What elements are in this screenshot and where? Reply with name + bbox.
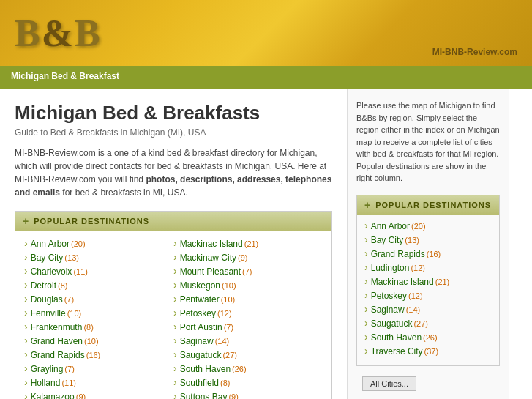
sidebar-dest-link[interactable]: South Haven bbox=[371, 332, 422, 343]
page-description: MI-BNB-Review.com is a one of a kind bed… bbox=[15, 146, 332, 199]
dest-count: (26) bbox=[232, 365, 247, 373]
dest-link[interactable]: Petoskey bbox=[180, 308, 216, 318]
sidebar-dest-link[interactable]: Grand Rapids bbox=[371, 249, 425, 259]
dest-link[interactable]: South Haven bbox=[180, 364, 231, 374]
list-item: Holland (11) bbox=[24, 377, 173, 388]
dest-count: (14) bbox=[215, 337, 230, 346]
dest-link[interactable]: Mackinac Island bbox=[180, 239, 243, 249]
list-item: Kalamazoo (9) bbox=[24, 391, 173, 399]
destinations-header-label: Popular Destinations bbox=[34, 217, 149, 225]
dest-link[interactable]: Muskegon bbox=[180, 280, 220, 291]
dest-count: (11) bbox=[61, 379, 76, 387]
dest-link[interactable]: Southfield bbox=[180, 378, 219, 388]
dest-count: (9) bbox=[238, 253, 247, 262]
list-item: Ann Arbor (20) bbox=[24, 238, 173, 249]
list-item: Douglas (7) bbox=[24, 294, 173, 305]
destinations-box: + Popular Destinations Ann Arbor (20)Bay… bbox=[15, 211, 332, 399]
logo: B&B bbox=[15, 12, 102, 55]
list-item: Mount Pleasant (7) bbox=[173, 266, 323, 277]
list-item: Mackinac Island (21) bbox=[364, 276, 492, 287]
list-item: Saginaw (14) bbox=[173, 335, 323, 346]
sidebar-dest-link[interactable]: Mackinac Island bbox=[371, 277, 434, 287]
dest-link[interactable]: Charlevoix bbox=[31, 266, 72, 277]
sidebar-dest-link[interactable]: Petoskey bbox=[371, 291, 407, 301]
header: B&B MI-BNB-Review.com bbox=[0, 0, 532, 66]
left-content: Michigan Bed & Breakfasts Guide to Bed &… bbox=[0, 89, 348, 399]
destinations-header: + Popular Destinations bbox=[15, 212, 331, 231]
dest-link[interactable]: Kalamazoo bbox=[31, 392, 75, 399]
sidebar-dest-count: (12) bbox=[411, 264, 425, 272]
dest-link[interactable]: Bay City bbox=[31, 253, 64, 263]
list-item: Port Austin (7) bbox=[173, 321, 323, 332]
list-item: Saugatuck (27) bbox=[364, 318, 492, 329]
dest-link[interactable]: Port Austin bbox=[180, 322, 222, 332]
dest-count: (13) bbox=[64, 253, 79, 262]
dest-link[interactable]: Grayling bbox=[31, 364, 64, 374]
sidebar-dest-body: Ann Arbor (20)Bay City (13)Grand Rapids … bbox=[357, 215, 499, 365]
dest-count: (11) bbox=[73, 267, 88, 276]
dest-count: (10) bbox=[67, 309, 82, 318]
sidebar-dest-link[interactable]: Saginaw bbox=[371, 305, 405, 315]
list-item: Muskegon (10) bbox=[173, 280, 323, 291]
list-item: Ann Arbor (20) bbox=[364, 220, 492, 231]
dest-link[interactable]: Mackinaw City bbox=[180, 253, 236, 263]
dest-link[interactable]: Mount Pleasant bbox=[180, 266, 241, 277]
dest-link[interactable]: Saginaw bbox=[180, 336, 214, 346]
list-item: Charlevoix (11) bbox=[24, 266, 173, 277]
sidebar-dest-count: (21) bbox=[435, 277, 450, 286]
sidebar-dest-count: (26) bbox=[423, 333, 438, 342]
sidebar-dest-link[interactable]: Traverse City bbox=[371, 346, 423, 357]
dest-link[interactable]: Holland bbox=[31, 378, 61, 388]
dest-count: (8) bbox=[58, 281, 67, 290]
dest-link[interactable]: Grand Rapids bbox=[31, 350, 85, 360]
destinations-body: Ann Arbor (20)Bay City (13)Charlevoix (1… bbox=[15, 231, 331, 399]
dest-link[interactable]: Ann Arbor bbox=[31, 239, 70, 249]
dest-link[interactable]: Frankenmuth bbox=[31, 322, 83, 332]
page-subtitle: Guide to Bed & Breakfasts in Michigan (M… bbox=[15, 127, 332, 138]
list-item: Bay City (13) bbox=[24, 252, 173, 263]
navbar: Michigan Bed & Breakfast bbox=[0, 66, 532, 86]
dest-column-left: Ann Arbor (20)Bay City (13)Charlevoix (1… bbox=[24, 238, 173, 399]
main-container: Michigan Bed & Breakfasts Guide to Bed &… bbox=[0, 89, 532, 399]
list-item: Saginaw (14) bbox=[364, 304, 492, 315]
sidebar-dest-count: (16) bbox=[427, 250, 441, 258]
dest-count: (7) bbox=[242, 267, 252, 276]
dest-count: (7) bbox=[64, 295, 74, 304]
sidebar-dest-count: (14) bbox=[406, 305, 421, 314]
list-item: Grand Haven (10) bbox=[24, 335, 173, 346]
sidebar-dest-count: (20) bbox=[411, 222, 426, 231]
site-url: MI-BNB-Review.com bbox=[432, 47, 517, 57]
dest-count: (21) bbox=[244, 239, 259, 248]
dest-link[interactable]: Douglas bbox=[31, 294, 63, 305]
sidebar-description: Please use the map of Michigan to find B… bbox=[356, 100, 500, 184]
all-cities-button[interactable]: All Cities... bbox=[362, 376, 416, 391]
list-item: South Haven (26) bbox=[173, 363, 323, 374]
desc-text-2: for bed & breakfasts in MI, USA. bbox=[60, 187, 188, 198]
dest-link[interactable]: Grand Haven bbox=[31, 336, 83, 346]
dest-link[interactable]: Detroit bbox=[31, 280, 56, 291]
dest-link[interactable]: Saugatuck bbox=[180, 350, 222, 360]
list-item: Petoskey (12) bbox=[173, 307, 323, 318]
right-sidebar: Please use the map of Michigan to find B… bbox=[348, 89, 509, 399]
sidebar-destinations-header: + Popular Destinations bbox=[357, 195, 499, 215]
dest-count: (8) bbox=[220, 379, 230, 387]
list-item: Fennville (10) bbox=[24, 307, 173, 318]
page-title: Michigan Bed & Breakfasts bbox=[15, 102, 332, 124]
sidebar-dest-count: (13) bbox=[405, 236, 419, 245]
list-item: Grand Rapids (16) bbox=[24, 349, 173, 360]
plus-icon: + bbox=[23, 215, 29, 227]
dest-count: (27) bbox=[222, 351, 237, 359]
sidebar-dest-link[interactable]: Ludington bbox=[371, 263, 410, 273]
sidebar-dest-link[interactable]: Ann Arbor bbox=[371, 221, 410, 231]
navbar-link[interactable]: Michigan Bed & Breakfast bbox=[11, 71, 119, 81]
dest-link[interactable]: Suttons Bay bbox=[180, 392, 228, 399]
sidebar-dest-link[interactable]: Saugatuck bbox=[371, 318, 413, 329]
sidebar-dest-link[interactable]: Bay City bbox=[371, 235, 404, 245]
dest-count: (10) bbox=[222, 281, 236, 290]
list-item: Detroit (8) bbox=[24, 280, 173, 291]
dest-count: (20) bbox=[71, 239, 86, 248]
dest-link[interactable]: Fennville bbox=[31, 308, 66, 318]
sidebar-destinations-label: Popular Destinations bbox=[375, 201, 491, 209]
dest-count: (10) bbox=[84, 337, 99, 346]
dest-link[interactable]: Pentwater bbox=[180, 294, 220, 305]
